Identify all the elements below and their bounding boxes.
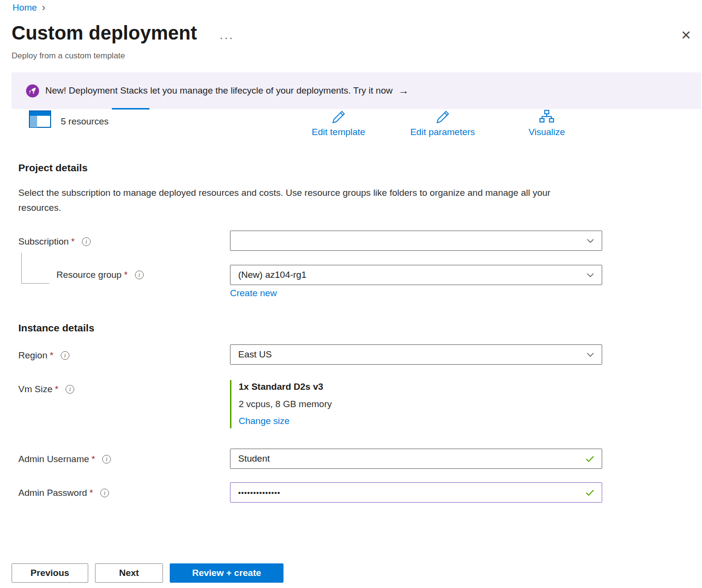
- breadcrumb: Home ›: [13, 2, 45, 13]
- edit-parameters-label: Edit parameters: [410, 127, 475, 137]
- page-title: Custom deployment: [12, 22, 197, 44]
- admin-password-label-row: Admin Password * i: [18, 488, 109, 498]
- review-create-button[interactable]: Review + create: [170, 563, 284, 583]
- clipped-element-fragment: [112, 108, 149, 109]
- admin-password-label: Admin Password: [18, 488, 87, 498]
- banner-text: New! Deployment Stacks let you manage th…: [45, 85, 392, 96]
- required-asterisk: *: [124, 270, 127, 280]
- region-value: East US: [238, 349, 272, 360]
- subscription-label: Subscription: [18, 236, 69, 247]
- breadcrumb-home-link[interactable]: Home: [13, 2, 37, 13]
- admin-username-label: Admin Username: [18, 454, 89, 465]
- create-new-link[interactable]: Create new: [230, 288, 277, 299]
- vm-size-label: Vm Size: [18, 384, 53, 395]
- resource-group-label-row: Resource group * i: [56, 270, 144, 280]
- edit-template-label: Edit template: [312, 127, 365, 137]
- resource-group-label: Resource group: [56, 270, 122, 280]
- close-icon[interactable]: ✕: [681, 29, 691, 41]
- chevron-down-icon: [587, 273, 594, 277]
- subscription-dropdown[interactable]: [230, 231, 602, 251]
- subscription-label-row: Subscription * i: [18, 236, 91, 247]
- vm-size-title: 1x Standard D2s v3: [239, 382, 332, 392]
- project-details-heading: Project details: [18, 162, 88, 174]
- admin-password-input[interactable]: [238, 489, 586, 497]
- required-asterisk: *: [71, 236, 75, 247]
- template-resource-count: 5 resources: [61, 116, 108, 127]
- chevron-down-icon: [587, 353, 594, 357]
- admin-password-fieldbox: [230, 482, 602, 503]
- edit-parameters-button[interactable]: Edit parameters: [399, 109, 486, 137]
- info-icon[interactable]: i: [82, 237, 91, 246]
- region-dropdown[interactable]: East US: [230, 344, 602, 365]
- admin-username-input[interactable]: [238, 453, 586, 464]
- visualize-button[interactable]: Visualize: [506, 109, 588, 137]
- page-subtitle: Deploy from a custom template: [12, 51, 125, 61]
- admin-username-label-row: Admin Username * i: [18, 454, 111, 465]
- valid-check-icon: [586, 456, 594, 462]
- info-icon[interactable]: i: [100, 489, 109, 497]
- info-icon[interactable]: i: [102, 455, 111, 464]
- info-icon[interactable]: i: [135, 271, 144, 279]
- resource-group-dropdown[interactable]: (New) az104-rg1: [230, 265, 602, 285]
- region-label-row: Region * i: [18, 350, 69, 361]
- previous-button[interactable]: Previous: [12, 563, 88, 583]
- deployment-stacks-banner[interactable]: New! Deployment Stacks let you manage th…: [12, 72, 701, 109]
- tree-connector-line: [21, 253, 49, 284]
- instance-details-heading: Instance details: [18, 322, 94, 334]
- vm-size-detail: 2 vcpus, 8 GB memory: [239, 399, 332, 410]
- valid-check-icon: [586, 490, 594, 496]
- required-asterisk: *: [90, 488, 93, 498]
- visualize-label: Visualize: [528, 127, 565, 137]
- sitemap-icon: [539, 109, 555, 125]
- pencil-icon: [434, 109, 451, 125]
- context-menu-button[interactable]: ···: [219, 31, 234, 44]
- chevron-down-icon: [587, 239, 594, 243]
- template-icon: [29, 110, 51, 129]
- change-size-link[interactable]: Change size: [239, 416, 290, 426]
- required-asterisk: *: [55, 384, 58, 395]
- rocket-icon: [26, 84, 39, 97]
- resource-group-value: (New) az104-rg1: [238, 270, 307, 280]
- breadcrumb-chevron-icon: ›: [42, 2, 45, 13]
- info-icon[interactable]: i: [61, 351, 69, 360]
- info-icon[interactable]: i: [66, 385, 74, 394]
- project-details-description: Select the subscription to manage deploy…: [18, 185, 582, 215]
- admin-username-fieldbox: [230, 449, 602, 469]
- next-button[interactable]: Next: [95, 563, 163, 583]
- region-label: Region: [18, 350, 47, 361]
- vm-size-summary: 1x Standard D2s v3 2 vcpus, 8 GB memory …: [230, 380, 332, 428]
- banner-arrow-icon[interactable]: →: [398, 84, 409, 97]
- required-asterisk: *: [50, 350, 53, 361]
- edit-template-button[interactable]: Edit template: [297, 109, 379, 137]
- pencil-icon: [330, 109, 347, 125]
- required-asterisk: *: [92, 454, 95, 465]
- vm-size-label-row: Vm Size * i: [18, 384, 74, 395]
